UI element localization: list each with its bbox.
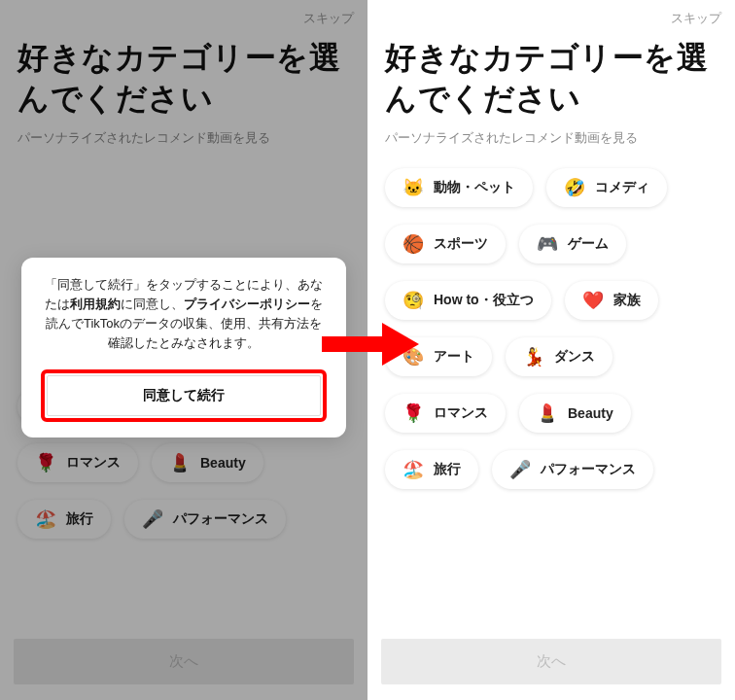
chip-travel[interactable]: 🏖️ 旅行	[385, 450, 478, 489]
page-subtitle: パーソナライズされたレコメンド動画を見る	[368, 119, 735, 164]
travel-icon: 🏖️	[35, 510, 56, 528]
chip-label: ダンス	[554, 348, 595, 366]
arrow-right-icon	[322, 323, 419, 366]
terms-link[interactable]: 利用規約	[70, 297, 121, 311]
skip-row: スキップ	[368, 0, 735, 33]
chip-game[interactable]: 🎮 ゲーム	[519, 225, 626, 263]
chip-label: How to・役立つ	[434, 292, 534, 309]
chip-label: ロマンス	[434, 404, 488, 422]
chip-label: Beauty	[200, 455, 246, 471]
chip-label: 家族	[613, 292, 641, 309]
beauty-icon: 💄	[169, 454, 191, 472]
gamepad-icon: 🎮	[537, 235, 558, 253]
romance-icon: 🌹	[402, 404, 424, 422]
chip-performance[interactable]: 🎤 パフォーマンス	[124, 500, 286, 539]
consent-dialog: 「同意して続行」をタップすることにより、あなたは利用規約に同意し、プライバシーポ…	[21, 258, 346, 438]
skip-link[interactable]: スキップ	[303, 10, 354, 27]
next-button[interactable]: 次へ	[381, 639, 721, 684]
skip-row: スキップ	[0, 0, 368, 33]
dance-icon: 💃	[523, 348, 544, 366]
consent-text: 「同意して続行」をタップすることにより、あなたは利用規約に同意し、プライバシーポ…	[41, 275, 327, 354]
chip-label: スポーツ	[434, 235, 488, 253]
chip-family[interactable]: ❤️ 家族	[565, 281, 658, 320]
performance-icon: 🎤	[509, 461, 531, 478]
chip-comedy[interactable]: 🤣 コメディ	[546, 168, 667, 207]
category-chips: 🐱 動物・ペット 🤣 コメディ 🏀 スポーツ 🎮 ゲーム 🧐 How to・役立…	[368, 164, 735, 631]
chip-romance[interactable]: 🌹 ロマンス	[385, 394, 506, 433]
heart-icon: ❤️	[582, 292, 604, 309]
consent-text-part: に同意し、	[121, 297, 184, 311]
chip-label: アート	[434, 348, 474, 366]
skip-link[interactable]: スキップ	[671, 10, 721, 27]
privacy-link[interactable]: プライバシーポリシー	[184, 297, 310, 311]
basketball-icon: 🏀	[402, 235, 424, 253]
chip-travel[interactable]: 🏖️ 旅行	[18, 500, 111, 539]
chip-label: コメディ	[595, 179, 649, 196]
monocle-icon: 🧐	[402, 292, 424, 309]
page-subtitle: パーソナライズされたレコメンド動画を見る	[0, 119, 368, 164]
chip-howto[interactable]: 🧐 How to・役立つ	[385, 281, 551, 320]
chip-label: パフォーマンス	[541, 461, 636, 478]
chip-label: ゲーム	[568, 235, 609, 253]
chip-dance[interactable]: 💃 ダンス	[506, 337, 612, 376]
beauty-icon: 💄	[537, 404, 558, 422]
agree-continue-button[interactable]: 同意して続行	[47, 375, 321, 416]
chip-label: 旅行	[66, 510, 93, 528]
chip-beauty[interactable]: 💄 Beauty	[519, 394, 631, 433]
chip-sports[interactable]: 🏀 スポーツ	[385, 225, 506, 263]
svg-rect-0	[322, 336, 388, 352]
chip-label: 旅行	[434, 461, 461, 478]
chip-romance[interactable]: 🌹 ロマンス	[18, 443, 138, 482]
chip-beauty[interactable]: 💄 Beauty	[152, 443, 263, 482]
laugh-icon: 🤣	[564, 179, 585, 196]
svg-marker-1	[382, 323, 419, 366]
screen-before: スキップ 好きなカテゴリーを選んでください パーソナライズされたレコメンド動画を…	[0, 0, 368, 700]
next-button[interactable]: 次へ	[14, 639, 354, 684]
chip-animals[interactable]: 🐱 動物・ペット	[385, 168, 533, 207]
chip-label: パフォーマンス	[173, 510, 268, 528]
chip-label: ロマンス	[66, 454, 121, 472]
chip-label: 動物・ペット	[434, 179, 515, 196]
chip-label: Beauty	[568, 405, 613, 421]
highlight-box: 同意して続行	[41, 369, 327, 422]
performance-icon: 🎤	[142, 510, 163, 528]
chip-performance[interactable]: 🎤 パフォーマンス	[492, 450, 653, 489]
cat-icon: 🐱	[402, 179, 424, 196]
travel-icon: 🏖️	[402, 461, 424, 478]
page-title: 好きなカテゴリーを選んでください	[368, 33, 735, 119]
arrow-annotation	[322, 323, 419, 366]
romance-icon: 🌹	[35, 454, 56, 472]
screen-after: スキップ 好きなカテゴリーを選んでください パーソナライズされたレコメンド動画を…	[368, 0, 735, 700]
page-title: 好きなカテゴリーを選んでください	[0, 33, 368, 119]
